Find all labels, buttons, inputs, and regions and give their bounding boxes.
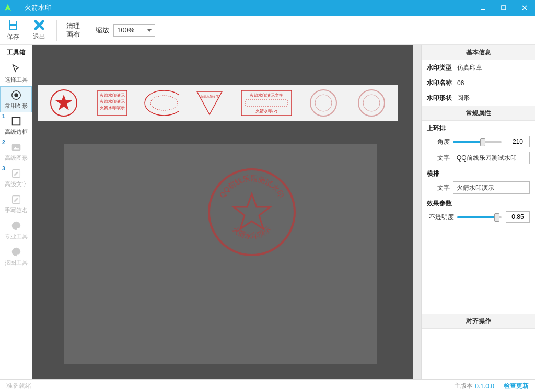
properties-panel: 基本信息 水印类型仿真印章 水印名称06 水印形状圆形 常规属性 上环排 角度 … <box>421 45 535 379</box>
gallery-item[interactable] <box>354 87 389 119</box>
sidebar-item-signature[interactable]: 手写签名 <box>0 191 32 217</box>
svg-text:火箭水印演示: 火箭水印演示 <box>100 106 125 110</box>
gallery-item[interactable] <box>143 87 179 119</box>
svg-text:火箭水印演示: 火箭水印演示 <box>100 93 125 98</box>
zoom-label: 缩放 <box>96 26 109 35</box>
svg-rect-2 <box>502 6 506 10</box>
gallery-item[interactable] <box>306 87 341 119</box>
sidebar-item-label: 高级边框 <box>5 128 28 136</box>
scrollbar-vertical[interactable] <box>413 45 421 379</box>
status-text: 准备就绪 <box>6 382 31 390</box>
svg-text:火箭水印演示: 火箭水印演示 <box>231 225 272 240</box>
canvas-page: QQ前线乐园测试水印 火箭水印演示 <box>64 144 377 364</box>
zoom-control: 缩放 100% <box>96 24 155 37</box>
svg-marker-21 <box>55 95 72 110</box>
toparc-text-input[interactable]: QQ前线乐园测试水印 <box>453 152 530 164</box>
angle-slider[interactable] <box>453 136 502 147</box>
badge: 2 <box>2 140 5 145</box>
svg-point-26 <box>145 90 179 116</box>
text-label: 文字 <box>427 154 453 163</box>
svg-text:火箭水印演示文字: 火箭水印演示文字 <box>250 93 283 98</box>
horiz-text-input[interactable]: 火箭水印演示 <box>453 181 530 194</box>
statusbar: 准备就绪 主版本 0.1.0.0 检查更新 <box>0 379 535 392</box>
horiz-text-row: 文字 火箭水印演示 <box>422 179 535 196</box>
version-label: 主版本 <box>454 382 473 390</box>
gallery-item[interactable]: 火箭水印文字 <box>192 87 227 119</box>
save-button[interactable]: 保存 <box>0 16 26 45</box>
save-label: 保存 <box>7 32 19 41</box>
svg-rect-32 <box>246 100 287 106</box>
sidebar-header: 工具箱 <box>0 45 32 60</box>
sidebar-item-label: 抠图工具 <box>5 259 28 267</box>
title-divider <box>20 3 20 13</box>
panel-header-align: 对齐操作 <box>422 314 535 329</box>
gallery-item[interactable]: 火箭水印演示火箭水印演示火箭水印演示 <box>95 87 130 119</box>
svg-rect-11 <box>12 117 20 125</box>
app-icon <box>3 3 13 13</box>
svg-text:火箭水印演示: 火箭水印演示 <box>100 99 125 104</box>
angle-input[interactable]: 210 <box>506 136 530 147</box>
text-label: 文字 <box>427 183 453 192</box>
sidebar-item-label: 常用图形 <box>5 102 28 110</box>
stamp-gallery: 火箭水印演示火箭水印演示火箭水印演示 火箭水印文字 火箭水印演示文字火箭水印(2… <box>38 85 398 121</box>
svg-point-35 <box>315 95 332 111</box>
sidebar-item-label: 选择工具 <box>5 76 28 84</box>
edit-icon <box>10 168 22 179</box>
sub-header-effect: 效果参数 <box>422 196 535 209</box>
maximize-button[interactable] <box>493 0 514 16</box>
badge: 3 <box>2 166 5 171</box>
sidebar-item-cutout[interactable]: 抠图工具 <box>0 243 32 269</box>
panel-header-basic: 基本信息 <box>422 45 535 60</box>
canvas[interactable]: QQ前线乐园测试水印 火箭水印演示 火箭水印演示火箭水印演示火箭水印演示 火箭水… <box>32 45 421 379</box>
sidebar-item-select[interactable]: 选择工具 <box>0 60 32 86</box>
circle-dot-icon <box>10 89 22 101</box>
palette-icon <box>10 246 22 258</box>
opacity-slider[interactable] <box>457 212 502 222</box>
version-value: 0.1.0.0 <box>475 383 494 390</box>
sidebar-item-label: 高级图形 <box>5 154 28 162</box>
svg-point-10 <box>14 93 18 97</box>
sidebar-item-label: 专业工具 <box>5 233 28 240</box>
save-icon <box>7 19 19 31</box>
sidebar: 工具箱 选择工具 常用图形 1 高级边框 2 高级图形 3 高级文字 手写签名 <box>0 45 32 379</box>
sidebar-item-border[interactable]: 1 高级边框 <box>0 112 32 139</box>
sidebar-item-adv-shapes[interactable]: 2 高级图形 <box>0 139 32 165</box>
sidebar-item-pro[interactable]: 专业工具 <box>0 217 32 243</box>
sidebar-item-shapes[interactable]: 常用图形 <box>0 86 32 112</box>
clear-canvas-button[interactable]: 清理 画布 <box>61 22 85 38</box>
image-icon <box>10 142 22 153</box>
svg-marker-0 <box>5 4 11 11</box>
palette-icon <box>10 220 22 232</box>
square-icon <box>10 116 22 127</box>
sub-header-toparc: 上环排 <box>422 121 535 134</box>
exit-button[interactable]: 退出 <box>26 16 52 45</box>
svg-point-34 <box>310 90 336 116</box>
zoom-combobox[interactable]: 100% <box>113 24 155 37</box>
check-update-link[interactable]: 检查更新 <box>504 382 529 390</box>
exit-label: 退出 <box>33 32 45 41</box>
titlebar: 火箭水印 <box>0 0 535 16</box>
opacity-input[interactable]: 0.85 <box>506 211 530 223</box>
svg-rect-6 <box>10 26 16 29</box>
svg-rect-5 <box>10 20 16 24</box>
svg-marker-17 <box>234 194 270 229</box>
angle-label: 角度 <box>427 137 453 146</box>
svg-point-36 <box>358 90 385 116</box>
sidebar-item-label: 高级文字 <box>5 180 28 188</box>
toolbar-separator <box>56 20 57 41</box>
badge: 1 <box>2 113 5 119</box>
angle-row: 角度 210 <box>422 134 535 149</box>
minimize-button[interactable] <box>472 0 493 16</box>
exit-icon <box>33 19 45 31</box>
sub-header-horiz: 横排 <box>422 166 535 179</box>
stamp-bottom-text: 火箭水印演示 <box>231 225 272 240</box>
edit-icon <box>10 194 22 205</box>
sidebar-item-adv-text[interactable]: 3 高级文字 <box>0 165 32 191</box>
cursor-icon <box>10 63 22 75</box>
opacity-label: 不透明度 <box>427 213 457 222</box>
close-button[interactable] <box>514 0 535 16</box>
gallery-item[interactable]: 火箭水印演示文字火箭水印(2) <box>240 87 293 119</box>
sidebar-item-label: 手写签名 <box>5 206 28 214</box>
stamp-preview[interactable]: QQ前线乐园测试水印 火箭水印演示 <box>205 165 299 259</box>
gallery-item[interactable] <box>46 87 82 119</box>
